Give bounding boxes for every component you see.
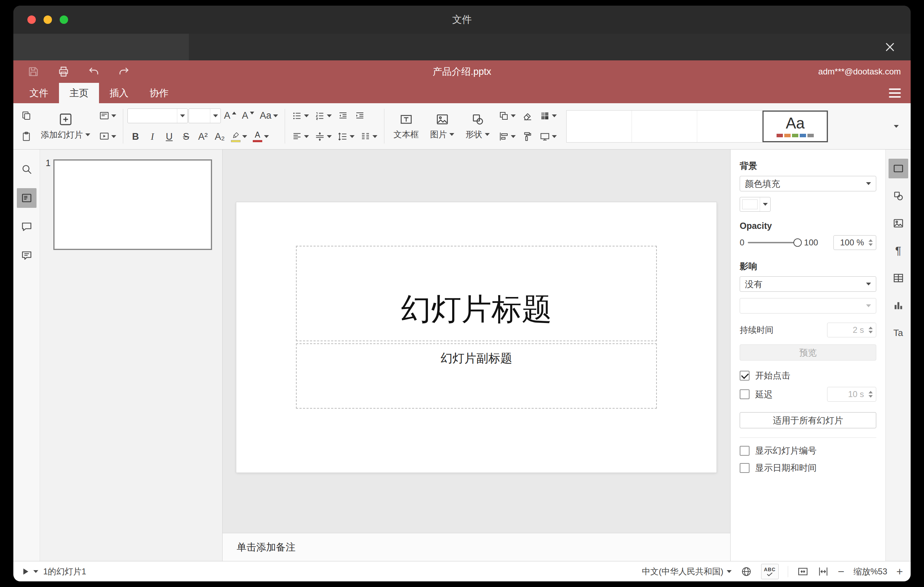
theme-gallery: Aa — [566, 110, 828, 143]
effect-option-select[interactable] — [740, 298, 876, 313]
tab-file[interactable]: 文件 — [19, 83, 59, 103]
zoom-out-button[interactable]: − — [838, 566, 845, 577]
underline-button[interactable]: U — [161, 127, 177, 146]
line-spacing-button[interactable] — [335, 127, 357, 146]
opacity-slider[interactable] — [748, 242, 800, 243]
decrease-font-button[interactable]: A — [239, 106, 257, 125]
change-case-button[interactable]: Aa — [257, 106, 280, 125]
slide-thumbnail[interactable] — [53, 159, 212, 250]
color-scheme-button[interactable] — [537, 106, 559, 125]
italic-button[interactable]: I — [144, 127, 160, 146]
print-button[interactable] — [53, 63, 74, 81]
font-color-button[interactable]: A — [250, 127, 271, 146]
notes-area[interactable]: 单击添加备注 — [223, 533, 730, 561]
bullet-list-button[interactable] — [289, 106, 312, 125]
clear-style-button[interactable] — [520, 106, 536, 125]
save-button[interactable] — [23, 63, 43, 81]
undo-button[interactable] — [84, 63, 104, 81]
textbox-button[interactable]: 文本框 — [389, 106, 424, 147]
copy-style-button[interactable] — [520, 127, 536, 146]
shape-button[interactable]: 形状 — [460, 106, 495, 147]
horizontal-align-button[interactable] — [289, 127, 312, 146]
effect-select[interactable]: 没有 — [740, 276, 876, 292]
apply-all-slides-button[interactable]: 适用于所有幻灯片 — [740, 412, 876, 428]
table-settings-button[interactable] — [889, 268, 908, 288]
show-slide-number-checkbox[interactable] — [740, 446, 749, 456]
slide-size-button[interactable] — [537, 127, 559, 146]
chart-settings-button[interactable] — [889, 295, 908, 315]
delay-input[interactable]: 10 s — [827, 387, 876, 402]
strikethrough-button[interactable]: S — [178, 127, 194, 146]
align-shape-button[interactable] — [496, 127, 518, 146]
close-icon[interactable] — [881, 38, 899, 56]
increase-font-button[interactable]: A — [221, 106, 239, 125]
set-language-button[interactable] — [741, 566, 752, 577]
paste-button[interactable] — [18, 127, 35, 146]
title-placeholder[interactable]: 幻灯片标题 — [296, 246, 657, 341]
tab-collaboration[interactable]: 协作 — [139, 83, 179, 103]
language-select[interactable]: 中文(中华人民共和国) — [642, 566, 732, 577]
comments-button[interactable] — [17, 217, 36, 237]
minimize-traffic-button[interactable] — [43, 15, 52, 24]
tab-insert[interactable]: 插入 — [99, 83, 139, 103]
fit-slide-button[interactable] — [797, 566, 808, 577]
menu-icon[interactable] — [889, 89, 901, 97]
delay-checkbox[interactable] — [740, 389, 749, 399]
add-slide-button[interactable]: 添加幻灯片 — [36, 106, 95, 147]
left-icon-strip — [13, 150, 40, 561]
spellcheck-button[interactable]: ABC — [761, 564, 779, 579]
start-on-click-checkbox[interactable] — [740, 371, 749, 381]
increase-indent-button[interactable] — [352, 106, 368, 125]
start-slideshow-status-button[interactable] — [21, 567, 38, 576]
textart-settings-button[interactable]: Ta — [889, 323, 908, 343]
highlight-color-button[interactable] — [229, 127, 249, 146]
image-settings-button[interactable] — [889, 213, 908, 233]
arrange-shape-button[interactable] — [496, 106, 518, 125]
vertical-align-button[interactable] — [312, 127, 334, 146]
superscript-button[interactable]: A² — [195, 127, 211, 146]
spinner-arrows[interactable] — [868, 327, 873, 333]
preview-button[interactable]: 预览 — [740, 345, 876, 361]
paragraph-settings-button[interactable]: ¶ — [889, 241, 908, 261]
chat-button[interactable] — [17, 246, 36, 265]
color-picker-dropdown[interactable] — [760, 197, 770, 211]
delay-label: 延迟 — [755, 389, 773, 400]
subtitle-placeholder[interactable]: 幻灯片副标题 — [296, 343, 657, 409]
copy-button[interactable] — [18, 106, 35, 125]
shape-settings-button[interactable] — [889, 186, 908, 206]
opacity-input[interactable]: 100 % — [833, 235, 876, 250]
columns-button[interactable] — [358, 127, 380, 146]
slide-settings-button[interactable] — [889, 159, 908, 178]
slides-panel-button[interactable] — [17, 188, 36, 208]
decrease-indent-button[interactable] — [335, 106, 351, 125]
slide-canvas[interactable]: 幻灯片标题 幻灯片副标题 — [223, 150, 730, 533]
close-traffic-button[interactable] — [27, 15, 36, 24]
numbered-list-button[interactable] — [312, 106, 334, 125]
zoom-in-button[interactable]: + — [896, 566, 903, 577]
slide-editing-area[interactable]: 幻灯片标题 幻灯片副标题 — [236, 202, 716, 473]
theme-tile[interactable] — [567, 110, 632, 142]
theme-tile[interactable] — [697, 110, 762, 142]
slide-layout-button[interactable] — [97, 106, 119, 125]
slider-knob[interactable] — [794, 238, 802, 247]
show-date-checkbox[interactable] — [740, 463, 749, 473]
bold-button[interactable]: B — [127, 127, 144, 146]
fill-color-picker[interactable] — [740, 197, 771, 212]
theme-tile[interactable] — [632, 110, 697, 142]
redo-button[interactable] — [114, 63, 134, 81]
search-button[interactable] — [17, 159, 36, 179]
duration-input[interactable]: 2 s — [827, 323, 876, 337]
spinner-arrows[interactable] — [868, 239, 873, 246]
font-size-select[interactable] — [188, 109, 221, 123]
image-button[interactable]: 图片 — [425, 106, 459, 147]
fit-width-button[interactable] — [818, 566, 829, 577]
spinner-arrows[interactable] — [868, 391, 873, 398]
start-slideshow-button[interactable] — [97, 127, 119, 146]
theme-tile-selected[interactable]: Aa — [762, 110, 828, 142]
theme-gallery-expand-button[interactable] — [887, 116, 906, 137]
fullscreen-traffic-button[interactable] — [60, 15, 68, 24]
background-fill-select[interactable]: 颜色填充 — [740, 176, 876, 191]
tab-home[interactable]: 主页 — [59, 83, 99, 103]
font-name-select[interactable] — [127, 109, 188, 123]
subscript-button[interactable]: A₂ — [212, 127, 228, 146]
